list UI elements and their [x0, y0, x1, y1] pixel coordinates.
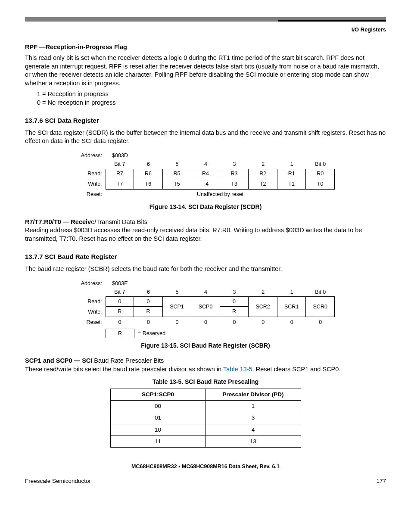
- reserved-symbol: R: [106, 329, 134, 338]
- table-13-5-caption: Table 13-5. SCI Baud Rate Prescaling: [25, 378, 386, 386]
- bit-header: 2: [249, 288, 277, 296]
- write-label: Write:: [76, 307, 106, 317]
- reset-cell: 0: [220, 317, 249, 327]
- read-cell: 0: [220, 296, 249, 307]
- addr-label: Address:: [76, 279, 106, 288]
- reset-cell: 0: [249, 317, 277, 327]
- rpf-val1: 1 = Reception in progress: [37, 90, 386, 99]
- table-row: 013: [110, 412, 301, 424]
- header-rule-black: [278, 20, 386, 22]
- bit-header: 3: [220, 160, 249, 169]
- rpf-title: RPF —Reception-in-Progress Flag: [25, 44, 127, 50]
- bit-header: 4: [191, 160, 220, 169]
- reset-cell: 0: [277, 317, 306, 327]
- heading-1376: 13.7.6 SCI Data Register: [25, 116, 386, 125]
- reset-cell: 0: [306, 317, 335, 327]
- bits-body: Reading address $003D accesses the read-…: [25, 226, 386, 243]
- table-13-5-link[interactable]: Table 13-5: [223, 366, 252, 373]
- table-header: SCP1:SCP0: [110, 389, 206, 401]
- read-cell: R3: [220, 169, 249, 179]
- write-cell: T7: [106, 179, 134, 190]
- rpf-val0: 0 = No reception in progress: [37, 99, 386, 107]
- bit-header: 1: [277, 288, 306, 296]
- figure-13-14-caption: Figure 13-14. SCI Data Register (SCDR): [25, 203, 386, 211]
- header-section: I/O Registers: [25, 26, 386, 34]
- addr-val: $003D: [106, 152, 134, 160]
- write-cell: R: [134, 307, 163, 317]
- scp-title-bold: SCP1 and SCP0 — SC: [25, 357, 90, 364]
- reset-cell: 0: [106, 317, 134, 327]
- read-cell: R4: [191, 169, 220, 179]
- read-cell: R6: [134, 169, 163, 179]
- read-label: Read:: [76, 296, 106, 307]
- bit-header: Bit 0: [306, 160, 335, 169]
- footer-page-number: 177: [376, 477, 386, 485]
- read-cell: 0: [134, 296, 163, 307]
- body-1376: The SCI data register (SCDR) is the buff…: [25, 129, 386, 146]
- write-cell: R: [106, 307, 134, 317]
- read-cell: R0: [306, 169, 335, 179]
- read-cell: 0: [106, 296, 134, 307]
- bit-header: Bit 7: [106, 288, 134, 296]
- write-cell: T3: [220, 179, 249, 190]
- write-cell: T4: [191, 179, 220, 190]
- write-cell: T5: [163, 179, 192, 190]
- bit-header: Bit 7: [106, 160, 134, 169]
- table-row: 001: [110, 401, 301, 412]
- addr-label: Address:: [76, 152, 106, 160]
- table-row: 104: [110, 424, 301, 436]
- rpf-body: This read-only bit is set when the recei…: [25, 54, 386, 87]
- read-cell: R7: [106, 169, 134, 179]
- bit-header: 5: [163, 288, 192, 296]
- bit-header: 2: [249, 160, 277, 169]
- figure-13-14: Address: $003D Bit 7 6 5 4 3 2 1 Bit 0 R…: [76, 152, 335, 199]
- reset-cell: 0: [191, 317, 220, 327]
- heading-1377: 13.7.7 SCI Baud Rate Register: [25, 252, 386, 261]
- scp-body-a: These read/write bits select the baud ra…: [25, 366, 223, 373]
- write-cell: T0: [306, 179, 335, 190]
- bit-header: 6: [134, 288, 163, 296]
- bit-header: 5: [163, 160, 192, 169]
- write-cell: T1: [277, 179, 306, 190]
- footer-doc-title: MC68HC908MR32 • MC68HC908MR16 Data Sheet…: [25, 463, 386, 470]
- reset-label: Reset:: [76, 190, 106, 199]
- write-cell: T2: [249, 179, 277, 190]
- bits-title-rest: e/Transmit Data Bits: [91, 218, 147, 225]
- reset-cell: 0: [163, 317, 192, 327]
- reserved-label: = Reserved: [138, 330, 165, 337]
- write-cell: T6: [134, 179, 163, 190]
- bit-header: 6: [134, 160, 163, 169]
- footer-company: Freescale Semiconductor: [25, 477, 91, 485]
- bit-header: 4: [191, 288, 220, 296]
- table-13-5: SCP1:SCP0 Prescaler Divisor (PD) 001 013…: [110, 389, 301, 448]
- figure-13-15-caption: Figure 13-15. SCI Baud Rate Register (SC…: [25, 342, 386, 350]
- table-header: Prescaler Divisor (PD): [206, 389, 301, 401]
- bit-header: 3: [220, 288, 249, 296]
- scp-desc: SCP1 and SCP0 — SCI Baud Rate Prescaler …: [25, 357, 386, 373]
- write-cell: R: [220, 307, 249, 317]
- write-label: Write:: [76, 179, 106, 190]
- rpf-block: RPF —Reception-in-Progress Flag This rea…: [25, 43, 386, 107]
- reset-cell: 0: [134, 317, 163, 327]
- bits-desc: R7/T7:R0/T0 — Receive/Transmit Data Bits…: [25, 218, 386, 243]
- figure-13-15: Address: $003E Bit 7 6 5 4 3 2 1 Bit 0 R…: [76, 279, 335, 338]
- scp-body-b: . Reset clears SCP1 and SCP0.: [252, 366, 341, 373]
- reset-text: Unaffected by reset: [106, 190, 335, 199]
- read-cell: R2: [249, 169, 277, 179]
- bit-header: 1: [277, 160, 306, 169]
- read-cell: R5: [163, 169, 192, 179]
- scp-title-rest: I Baud Rate Prescaler Bits: [90, 357, 164, 364]
- reset-label: Reset:: [76, 317, 106, 327]
- read-cell: R1: [277, 169, 306, 179]
- bits-title-bold: R7/T7:R0/T0 — Receiv: [25, 218, 91, 225]
- read-label: Read:: [76, 169, 106, 179]
- addr-val: $003E: [106, 279, 134, 288]
- table-row: 1113: [110, 436, 301, 447]
- body-1377: The baud rate register (SCBR) selects th…: [25, 265, 386, 274]
- bit-header: Bit 0: [306, 288, 335, 296]
